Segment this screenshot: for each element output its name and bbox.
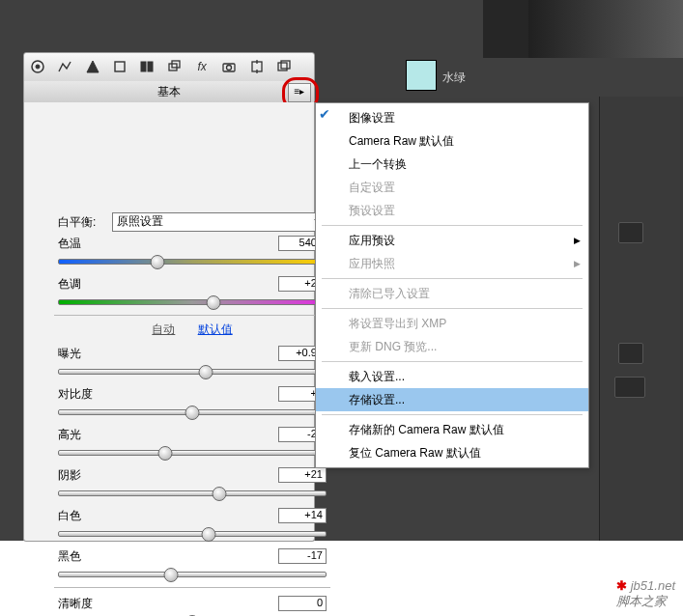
menu-separator — [322, 308, 583, 309]
tint-slider[interactable] — [58, 295, 327, 309]
separator — [54, 315, 330, 316]
right-panel-icon[interactable] — [618, 222, 643, 243]
slider-thumb[interactable] — [201, 527, 215, 542]
contrast-label: 对比度 — [58, 386, 112, 403]
right-panel-icon[interactable] — [614, 377, 645, 398]
white-slider[interactable] — [58, 527, 327, 541]
temp-slider[interactable] — [58, 255, 327, 268]
slider-thumb[interactable] — [185, 406, 200, 420]
slider-track — [58, 299, 327, 305]
swatch-label: 水绿 — [442, 70, 466, 86]
snapshot-icon[interactable] — [273, 57, 295, 76]
context-menu: 图像设置Camera Raw 默认值上一个转换自定设置预设设置应用预设应用快照清… — [315, 102, 589, 468]
menu-item[interactable]: 存储设置... — [316, 388, 588, 411]
slider-track — [58, 259, 327, 265]
shadow-slider[interactable] — [58, 487, 327, 500]
right-panel-icon[interactable] — [618, 343, 643, 364]
menu-item[interactable]: Camera Raw 默认值 — [316, 129, 588, 153]
panel-toolbar: fx — [23, 52, 315, 83]
menu-item[interactable]: 复位 Camera Raw 默认值 — [316, 441, 588, 464]
camera-icon[interactable] — [218, 57, 240, 76]
menu-item: 应用快照 — [316, 252, 588, 275]
contrast-row: 对比度 +1 — [58, 384, 327, 404]
shadow-row: 阴影 +21 — [58, 465, 327, 485]
panel-menu-button[interactable]: ≡▸ — [288, 83, 311, 102]
svg-rect-12 — [278, 63, 287, 70]
white-balance-row: 白平衡: 原照设置 — [58, 212, 327, 232]
menu-separator — [322, 361, 583, 362]
wb-select[interactable]: 原照设置 — [112, 212, 327, 232]
slider-thumb[interactable] — [163, 568, 178, 582]
svg-point-8 — [227, 66, 232, 70]
fx-icon[interactable]: fx — [191, 57, 213, 76]
menu-item: 自定设置 — [316, 176, 588, 199]
contrast-slider[interactable] — [58, 406, 327, 419]
svg-rect-13 — [281, 61, 290, 69]
menu-item: 将设置导出到 XMP — [316, 312, 588, 335]
black-row: 黑色 -17 — [58, 546, 327, 566]
panel-title: 基本 — [157, 81, 181, 102]
watermark: ✱jb51.net 脚本之家 — [616, 578, 675, 610]
slider-track — [58, 450, 327, 456]
shadow-value[interactable]: +21 — [278, 467, 327, 483]
slider-thumb[interactable] — [207, 295, 221, 310]
exposure-label: 曝光 — [58, 346, 112, 362]
tint-row: 色调 +21 — [58, 274, 327, 294]
menu-item[interactable]: 应用预设 — [316, 229, 588, 252]
clarity-label: 清晰度 — [58, 596, 112, 612]
split-icon[interactable] — [136, 57, 157, 76]
histogram-icon[interactable] — [54, 57, 75, 76]
menu-item[interactable]: 上一个转换 — [316, 153, 588, 176]
slider-thumb[interactable] — [158, 446, 173, 461]
exposure-slider[interactable] — [58, 365, 327, 378]
white-row: 白色 +14 — [58, 506, 327, 525]
menu-item: 清除已导入设置 — [316, 282, 588, 305]
color-swatch[interactable] — [406, 60, 437, 91]
highlight-row: 高光 -21 — [58, 425, 327, 444]
svg-rect-4 — [148, 62, 153, 71]
default-link[interactable]: 默认值 — [198, 322, 233, 336]
temp-row: 色温 5400 — [58, 234, 327, 253]
white-value[interactable]: +14 — [278, 508, 327, 523]
slider-track — [58, 490, 327, 496]
menu-separator — [322, 414, 583, 415]
white-label: 白色 — [58, 508, 112, 524]
slider-thumb[interactable] — [198, 365, 213, 379]
menu-item: 预设设置 — [316, 199, 588, 222]
shadow-label: 阴影 — [58, 467, 112, 484]
menu-item[interactable]: 载入设置... — [316, 365, 588, 388]
curve-icon[interactable] — [82, 57, 103, 76]
target-icon[interactable] — [246, 57, 268, 76]
tint-label: 色调 — [58, 276, 112, 293]
svg-rect-3 — [141, 62, 146, 71]
menu-item[interactable]: 图像设置 — [316, 106, 588, 129]
slider-track — [58, 531, 327, 537]
menu-item: 更新 DNG 预览... — [316, 335, 588, 358]
clarity-row: 清晰度 0 — [58, 594, 327, 613]
temp-label: 色温 — [58, 236, 112, 252]
panel-tabbar: 基本 — [23, 81, 315, 103]
layers-icon[interactable] — [164, 57, 185, 76]
separator — [54, 587, 330, 588]
black-slider[interactable] — [58, 568, 327, 581]
svg-rect-2 — [115, 62, 125, 71]
svg-point-1 — [36, 65, 40, 69]
highlight-label: 高光 — [58, 427, 112, 443]
aperture-icon[interactable] — [27, 57, 48, 76]
background-gradient — [528, 0, 683, 58]
exposure-row: 曝光 +0.95 — [58, 344, 327, 363]
slider-thumb[interactable] — [150, 255, 164, 269]
slider-track — [58, 572, 327, 577]
crop-icon[interactable] — [109, 57, 130, 76]
highlight-slider[interactable] — [58, 446, 327, 460]
menu-separator — [322, 225, 583, 226]
slider-thumb[interactable] — [212, 487, 226, 501]
right-panel-bg — [599, 97, 683, 541]
check-icon: ✔ — [315, 103, 334, 125]
clarity-value[interactable]: 0 — [278, 596, 327, 611]
black-value[interactable]: -17 — [278, 548, 327, 564]
basic-panel: 白平衡: 原照设置 色温 5400 色调 +21 自动 默认值 曝光 +0.95… — [23, 102, 315, 542]
auto-link[interactable]: 自动 — [152, 322, 175, 336]
wb-label: 白平衡: — [58, 214, 112, 231]
menu-item[interactable]: 存储新的 Camera Raw 默认值 — [316, 418, 588, 441]
